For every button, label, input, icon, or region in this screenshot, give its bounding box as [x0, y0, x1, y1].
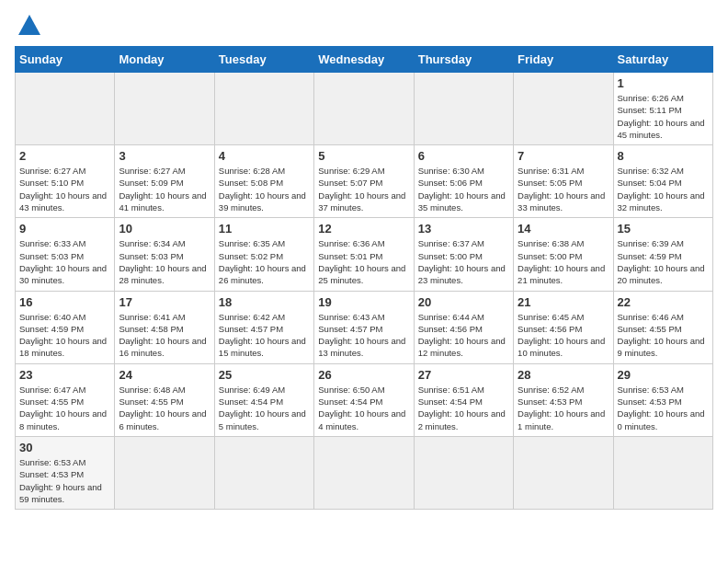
calendar-header-thursday: Thursday — [414, 47, 513, 73]
day-info: Sunrise: 6:39 AM Sunset: 4:59 PM Dayligh… — [618, 237, 709, 286]
calendar-cell: 16Sunrise: 6:40 AM Sunset: 4:59 PM Dayli… — [16, 291, 115, 363]
day-info: Sunrise: 6:53 AM Sunset: 4:53 PM Dayligh… — [19, 456, 110, 505]
calendar-cell: 4Sunrise: 6:28 AM Sunset: 5:08 PM Daylig… — [214, 145, 313, 218]
calendar-cell — [613, 436, 712, 509]
day-number: 19 — [318, 295, 409, 309]
calendar-cell — [16, 73, 115, 145]
day-number: 4 — [219, 149, 310, 163]
day-number: 20 — [418, 295, 509, 309]
day-number: 7 — [518, 149, 609, 163]
calendar-cell: 21Sunrise: 6:45 AM Sunset: 4:56 PM Dayli… — [514, 291, 613, 363]
calendar: SundayMondayTuesdayWednesdayThursdayFrid… — [15, 46, 713, 510]
calendar-cell — [214, 73, 313, 145]
day-number: 22 — [618, 295, 709, 309]
day-number: 24 — [119, 368, 210, 382]
day-info: Sunrise: 6:27 AM Sunset: 5:09 PM Dayligh… — [119, 165, 210, 213]
calendar-cell: 25Sunrise: 6:49 AM Sunset: 4:54 PM Dayli… — [214, 363, 313, 436]
day-info: Sunrise: 6:52 AM Sunset: 4:53 PM Dayligh… — [518, 384, 609, 432]
calendar-cell — [214, 436, 313, 509]
day-info: Sunrise: 6:28 AM Sunset: 5:08 PM Dayligh… — [219, 165, 310, 213]
day-info: Sunrise: 6:34 AM Sunset: 5:03 PM Dayligh… — [119, 237, 210, 286]
calendar-cell: 29Sunrise: 6:53 AM Sunset: 4:53 PM Dayli… — [613, 363, 712, 436]
day-number: 26 — [318, 368, 409, 382]
day-info: Sunrise: 6:49 AM Sunset: 4:54 PM Dayligh… — [219, 384, 310, 432]
calendar-cell: 15Sunrise: 6:39 AM Sunset: 4:59 PM Dayli… — [613, 218, 712, 291]
calendar-cell: 14Sunrise: 6:38 AM Sunset: 5:00 PM Dayli… — [514, 218, 613, 291]
calendar-cell: 13Sunrise: 6:37 AM Sunset: 5:00 PM Dayli… — [414, 218, 513, 291]
day-number: 18 — [219, 295, 310, 309]
logo — [15, 15, 57, 35]
calendar-cell — [414, 436, 513, 509]
day-number: 28 — [518, 368, 609, 382]
calendar-cell: 24Sunrise: 6:48 AM Sunset: 4:55 PM Dayli… — [115, 363, 214, 436]
calendar-header-row: SundayMondayTuesdayWednesdayThursdayFrid… — [16, 47, 713, 73]
calendar-cell: 20Sunrise: 6:44 AM Sunset: 4:56 PM Dayli… — [414, 291, 513, 363]
day-number: 2 — [19, 149, 110, 163]
day-number: 15 — [618, 222, 709, 236]
day-number: 8 — [618, 149, 709, 163]
calendar-cell: 23Sunrise: 6:47 AM Sunset: 4:55 PM Dayli… — [16, 363, 115, 436]
day-number: 16 — [19, 295, 110, 309]
day-number: 5 — [318, 149, 409, 163]
calendar-cell — [514, 436, 613, 509]
calendar-cell: 17Sunrise: 6:41 AM Sunset: 4:58 PM Dayli… — [115, 291, 214, 363]
day-info: Sunrise: 6:35 AM Sunset: 5:02 PM Dayligh… — [219, 237, 310, 286]
day-info: Sunrise: 6:36 AM Sunset: 5:01 PM Dayligh… — [318, 237, 409, 286]
day-info: Sunrise: 6:31 AM Sunset: 5:05 PM Dayligh… — [518, 165, 609, 213]
day-info: Sunrise: 6:26 AM Sunset: 5:11 PM Dayligh… — [618, 92, 709, 141]
calendar-week-row: 16Sunrise: 6:40 AM Sunset: 4:59 PM Dayli… — [16, 291, 713, 363]
day-number: 17 — [119, 295, 210, 309]
calendar-cell: 1Sunrise: 6:26 AM Sunset: 5:11 PM Daylig… — [613, 73, 712, 145]
calendar-cell: 3Sunrise: 6:27 AM Sunset: 5:09 PM Daylig… — [115, 145, 214, 218]
day-info: Sunrise: 6:29 AM Sunset: 5:07 PM Dayligh… — [318, 165, 409, 213]
day-number: 3 — [119, 149, 210, 163]
calendar-header-monday: Monday — [115, 47, 214, 73]
day-number: 13 — [418, 222, 509, 236]
calendar-cell: 8Sunrise: 6:32 AM Sunset: 5:04 PM Daylig… — [613, 145, 712, 218]
calendar-week-row: 23Sunrise: 6:47 AM Sunset: 4:55 PM Dayli… — [16, 363, 713, 436]
calendar-cell: 5Sunrise: 6:29 AM Sunset: 5:07 PM Daylig… — [314, 145, 414, 218]
day-info: Sunrise: 6:51 AM Sunset: 4:54 PM Dayligh… — [418, 384, 509, 432]
calendar-cell: 9Sunrise: 6:33 AM Sunset: 5:03 PM Daylig… — [16, 218, 115, 291]
calendar-cell — [514, 73, 613, 145]
calendar-cell: 11Sunrise: 6:35 AM Sunset: 5:02 PM Dayli… — [214, 218, 313, 291]
day-info: Sunrise: 6:44 AM Sunset: 4:56 PM Dayligh… — [418, 311, 509, 360]
calendar-week-row: 9Sunrise: 6:33 AM Sunset: 5:03 PM Daylig… — [16, 218, 713, 291]
calendar-header-sunday: Sunday — [16, 47, 115, 73]
day-info: Sunrise: 6:47 AM Sunset: 4:55 PM Dayligh… — [19, 384, 110, 432]
day-info: Sunrise: 6:38 AM Sunset: 5:00 PM Dayligh… — [518, 237, 609, 286]
day-number: 29 — [618, 368, 709, 382]
day-info: Sunrise: 6:33 AM Sunset: 5:03 PM Dayligh… — [19, 237, 110, 286]
calendar-cell — [115, 436, 214, 509]
calendar-week-row: 2Sunrise: 6:27 AM Sunset: 5:10 PM Daylig… — [16, 145, 713, 218]
calendar-cell: 27Sunrise: 6:51 AM Sunset: 4:54 PM Dayli… — [414, 363, 513, 436]
calendar-cell: 2Sunrise: 6:27 AM Sunset: 5:10 PM Daylig… — [16, 145, 115, 218]
day-info: Sunrise: 6:37 AM Sunset: 5:00 PM Dayligh… — [418, 237, 509, 286]
day-info: Sunrise: 6:45 AM Sunset: 4:56 PM Dayligh… — [518, 311, 609, 360]
day-number: 11 — [219, 222, 310, 236]
calendar-cell — [314, 436, 414, 509]
day-number: 12 — [318, 222, 409, 236]
calendar-header-wednesday: Wednesday — [314, 47, 414, 73]
calendar-header-saturday: Saturday — [613, 47, 712, 73]
day-number: 1 — [618, 76, 709, 90]
day-info: Sunrise: 6:46 AM Sunset: 4:55 PM Dayligh… — [618, 311, 709, 360]
calendar-cell: 7Sunrise: 6:31 AM Sunset: 5:05 PM Daylig… — [514, 145, 613, 218]
calendar-cell: 26Sunrise: 6:50 AM Sunset: 4:54 PM Dayli… — [314, 363, 414, 436]
svg-marker-0 — [18, 15, 40, 35]
day-number: 10 — [119, 222, 210, 236]
day-info: Sunrise: 6:43 AM Sunset: 4:57 PM Dayligh… — [318, 311, 409, 360]
day-number: 6 — [418, 149, 509, 163]
day-number: 21 — [518, 295, 609, 309]
calendar-cell — [314, 73, 414, 145]
day-info: Sunrise: 6:53 AM Sunset: 4:53 PM Dayligh… — [618, 384, 709, 432]
day-number: 30 — [19, 441, 110, 454]
day-info: Sunrise: 6:32 AM Sunset: 5:04 PM Dayligh… — [618, 165, 709, 213]
day-info: Sunrise: 6:41 AM Sunset: 4:58 PM Dayligh… — [119, 311, 210, 360]
day-info: Sunrise: 6:50 AM Sunset: 4:54 PM Dayligh… — [318, 384, 409, 432]
logo-icon — [17, 13, 42, 39]
day-info: Sunrise: 6:48 AM Sunset: 4:55 PM Dayligh… — [119, 384, 210, 432]
day-number: 9 — [19, 222, 110, 236]
calendar-header-friday: Friday — [514, 47, 613, 73]
calendar-cell — [414, 73, 513, 145]
